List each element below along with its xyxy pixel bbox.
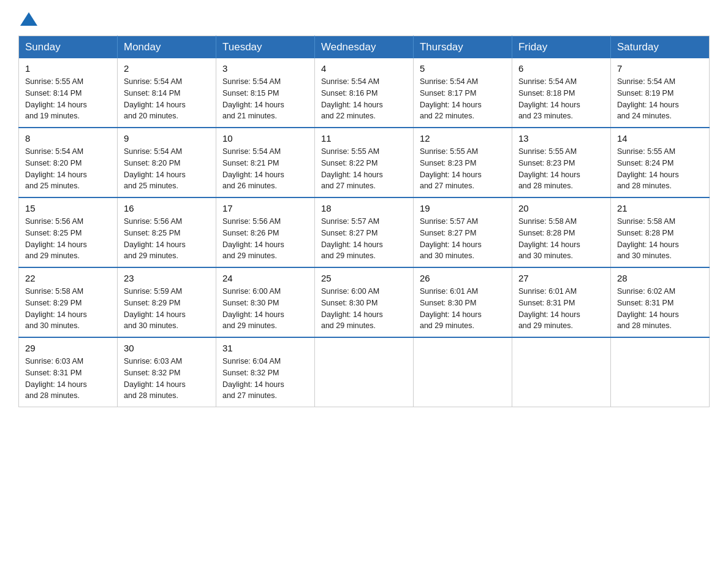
calendar-week-row: 8Sunrise: 5:54 AM Sunset: 8:20 PM Daylig… <box>19 128 710 197</box>
day-number: 18 <box>321 203 407 213</box>
calendar-cell: 12Sunrise: 5:55 AM Sunset: 8:23 PM Dayli… <box>413 128 512 197</box>
day-info: Sunrise: 6:03 AM Sunset: 8:31 PM Dayligh… <box>25 356 111 402</box>
day-info: Sunrise: 5:55 AM Sunset: 8:14 PM Dayligh… <box>25 76 111 122</box>
day-number: 3 <box>222 63 308 74</box>
calendar-cell: 23Sunrise: 5:59 AM Sunset: 8:29 PM Dayli… <box>117 267 216 337</box>
day-info: Sunrise: 5:54 AM Sunset: 8:19 PM Dayligh… <box>617 76 703 122</box>
calendar-cell: 10Sunrise: 5:54 AM Sunset: 8:21 PM Dayli… <box>216 128 314 197</box>
day-number: 15 <box>25 203 111 213</box>
day-number: 14 <box>617 133 703 144</box>
day-of-week-header: Wednesday <box>314 36 413 59</box>
calendar-cell: 31Sunrise: 6:04 AM Sunset: 8:32 PM Dayli… <box>216 337 314 407</box>
day-number: 12 <box>420 133 506 144</box>
calendar-week-row: 15Sunrise: 5:56 AM Sunset: 8:25 PM Dayli… <box>19 197 710 267</box>
day-number: 2 <box>124 63 210 74</box>
day-number: 7 <box>617 63 703 74</box>
calendar-cell: 1Sunrise: 5:55 AM Sunset: 8:14 PM Daylig… <box>19 58 118 128</box>
day-info: Sunrise: 5:54 AM Sunset: 8:20 PM Dayligh… <box>124 146 210 192</box>
day-number: 29 <box>25 343 111 353</box>
calendar-cell <box>512 337 610 407</box>
day-number: 19 <box>420 203 506 213</box>
day-of-week-header: Monday <box>117 36 216 59</box>
calendar-week-row: 22Sunrise: 5:58 AM Sunset: 8:29 PM Dayli… <box>19 267 710 337</box>
day-number: 20 <box>518 203 604 213</box>
day-number: 13 <box>518 133 604 144</box>
day-info: Sunrise: 5:54 AM Sunset: 8:17 PM Dayligh… <box>420 76 506 122</box>
calendar-cell: 9Sunrise: 5:54 AM Sunset: 8:20 PM Daylig… <box>117 128 216 197</box>
logo <box>18 12 37 23</box>
calendar-cell: 11Sunrise: 5:55 AM Sunset: 8:22 PM Dayli… <box>314 128 413 197</box>
day-info: Sunrise: 5:54 AM Sunset: 8:20 PM Dayligh… <box>25 146 111 192</box>
calendar-cell: 24Sunrise: 6:00 AM Sunset: 8:30 PM Dayli… <box>216 267 314 337</box>
day-number: 22 <box>25 273 111 283</box>
day-of-week-header: Saturday <box>610 36 709 59</box>
calendar-cell: 29Sunrise: 6:03 AM Sunset: 8:31 PM Dayli… <box>19 337 118 407</box>
day-of-week-header: Friday <box>512 36 610 59</box>
day-info: Sunrise: 5:57 AM Sunset: 8:27 PM Dayligh… <box>321 216 407 262</box>
day-number: 4 <box>321 63 407 74</box>
day-info: Sunrise: 6:00 AM Sunset: 8:30 PM Dayligh… <box>321 286 407 332</box>
day-info: Sunrise: 5:58 AM Sunset: 8:28 PM Dayligh… <box>617 216 703 262</box>
day-number: 6 <box>518 63 604 74</box>
day-info: Sunrise: 6:02 AM Sunset: 8:31 PM Dayligh… <box>617 286 703 332</box>
day-info: Sunrise: 5:56 AM Sunset: 8:25 PM Dayligh… <box>124 216 210 262</box>
day-info: Sunrise: 5:54 AM Sunset: 8:15 PM Dayligh… <box>222 76 308 122</box>
calendar-cell: 4Sunrise: 5:54 AM Sunset: 8:16 PM Daylig… <box>314 58 413 128</box>
calendar-cell: 20Sunrise: 5:58 AM Sunset: 8:28 PM Dayli… <box>512 197 610 267</box>
calendar-cell: 2Sunrise: 5:54 AM Sunset: 8:14 PM Daylig… <box>117 58 216 128</box>
day-info: Sunrise: 6:01 AM Sunset: 8:31 PM Dayligh… <box>518 286 604 332</box>
day-number: 24 <box>222 273 308 283</box>
calendar-cell: 13Sunrise: 5:55 AM Sunset: 8:23 PM Dayli… <box>512 128 610 197</box>
calendar-week-row: 1Sunrise: 5:55 AM Sunset: 8:14 PM Daylig… <box>19 58 710 128</box>
day-number: 26 <box>420 273 506 283</box>
calendar-cell: 25Sunrise: 6:00 AM Sunset: 8:30 PM Dayli… <box>314 267 413 337</box>
day-number: 9 <box>124 133 210 144</box>
day-info: Sunrise: 5:54 AM Sunset: 8:21 PM Dayligh… <box>222 146 308 192</box>
day-info: Sunrise: 5:56 AM Sunset: 8:26 PM Dayligh… <box>222 216 308 262</box>
day-number: 25 <box>321 273 407 283</box>
day-info: Sunrise: 6:03 AM Sunset: 8:32 PM Dayligh… <box>124 356 210 402</box>
calendar-cell: 7Sunrise: 5:54 AM Sunset: 8:19 PM Daylig… <box>610 58 709 128</box>
day-number: 16 <box>124 203 210 213</box>
day-of-week-header: Thursday <box>413 36 512 59</box>
day-number: 11 <box>321 133 407 144</box>
day-info: Sunrise: 5:54 AM Sunset: 8:16 PM Dayligh… <box>321 76 407 122</box>
day-number: 8 <box>25 133 111 144</box>
day-of-week-header: Sunday <box>19 36 118 59</box>
day-of-week-header: Tuesday <box>216 36 314 59</box>
logo-triangle-icon <box>20 12 37 26</box>
calendar-cell: 22Sunrise: 5:58 AM Sunset: 8:29 PM Dayli… <box>19 267 118 337</box>
day-info: Sunrise: 5:58 AM Sunset: 8:29 PM Dayligh… <box>25 286 111 332</box>
day-info: Sunrise: 5:54 AM Sunset: 8:18 PM Dayligh… <box>518 76 604 122</box>
calendar-cell: 30Sunrise: 6:03 AM Sunset: 8:32 PM Dayli… <box>117 337 216 407</box>
calendar-cell: 5Sunrise: 5:54 AM Sunset: 8:17 PM Daylig… <box>413 58 512 128</box>
day-info: Sunrise: 6:04 AM Sunset: 8:32 PM Dayligh… <box>222 356 308 402</box>
day-number: 27 <box>518 273 604 283</box>
calendar-cell: 16Sunrise: 5:56 AM Sunset: 8:25 PM Dayli… <box>117 197 216 267</box>
calendar-cell: 26Sunrise: 6:01 AM Sunset: 8:30 PM Dayli… <box>413 267 512 337</box>
calendar-cell: 14Sunrise: 5:55 AM Sunset: 8:24 PM Dayli… <box>610 128 709 197</box>
calendar-cell: 8Sunrise: 5:54 AM Sunset: 8:20 PM Daylig… <box>19 128 118 197</box>
day-number: 10 <box>222 133 308 144</box>
day-info: Sunrise: 5:54 AM Sunset: 8:14 PM Dayligh… <box>124 76 210 122</box>
day-info: Sunrise: 5:55 AM Sunset: 8:23 PM Dayligh… <box>420 146 506 192</box>
day-number: 31 <box>222 343 308 353</box>
day-info: Sunrise: 5:59 AM Sunset: 8:29 PM Dayligh… <box>124 286 210 332</box>
day-number: 21 <box>617 203 703 213</box>
calendar-table: SundayMondayTuesdayWednesdayThursdayFrid… <box>18 36 710 407</box>
day-info: Sunrise: 5:55 AM Sunset: 8:24 PM Dayligh… <box>617 146 703 192</box>
day-info: Sunrise: 5:56 AM Sunset: 8:25 PM Dayligh… <box>25 216 111 262</box>
calendar-cell: 21Sunrise: 5:58 AM Sunset: 8:28 PM Dayli… <box>610 197 709 267</box>
day-number: 28 <box>617 273 703 283</box>
day-number: 23 <box>124 273 210 283</box>
calendar-cell: 15Sunrise: 5:56 AM Sunset: 8:25 PM Dayli… <box>19 197 118 267</box>
day-number: 17 <box>222 203 308 213</box>
calendar-cell <box>314 337 413 407</box>
calendar-cell: 19Sunrise: 5:57 AM Sunset: 8:27 PM Dayli… <box>413 197 512 267</box>
calendar-cell: 6Sunrise: 5:54 AM Sunset: 8:18 PM Daylig… <box>512 58 610 128</box>
page-header <box>18 12 710 23</box>
calendar-cell: 3Sunrise: 5:54 AM Sunset: 8:15 PM Daylig… <box>216 58 314 128</box>
calendar-cell <box>413 337 512 407</box>
calendar-cell: 17Sunrise: 5:56 AM Sunset: 8:26 PM Dayli… <box>216 197 314 267</box>
calendar-week-row: 29Sunrise: 6:03 AM Sunset: 8:31 PM Dayli… <box>19 337 710 407</box>
